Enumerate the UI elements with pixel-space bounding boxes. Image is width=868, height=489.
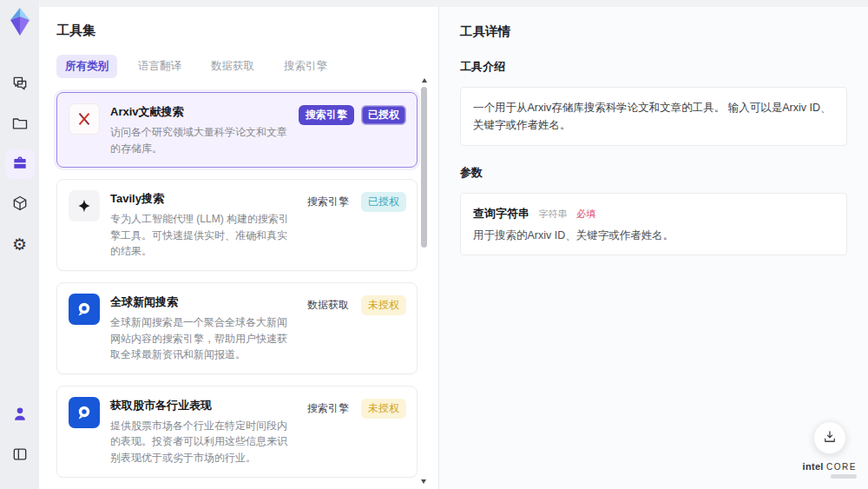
download-button[interactable]: [813, 421, 846, 454]
tool-text: Arxiv文献搜索 访问各个研究领域大量科学论文和文章的存储库。: [100, 103, 299, 156]
category-tab[interactable]: 搜索引擎: [275, 55, 336, 78]
category-tab[interactable]: 数据获取: [202, 55, 263, 78]
tool-meta: 数据获取 未授权: [302, 294, 406, 363]
tool-icon: [69, 190, 100, 221]
app-window: ⚙ 工具集 所有类别语言翻译数据获取搜索引擎: [0, 0, 868, 489]
settings-gear-icon: ⚙: [12, 236, 27, 253]
tool-name: Arxiv文献搜索: [110, 104, 290, 120]
tools-list-panel: 工具集 所有类别语言翻译数据获取搜索引擎: [39, 7, 438, 489]
page-title: 工具集: [56, 23, 421, 39]
tool-text: Tavily搜索 专为人工智能代理 (LLM) 构建的搜索引擎工具。可快速提供实…: [100, 190, 302, 260]
param-box: 查询字符串 字符串 必填 用于搜索的Arxiv ID、关键字或作者姓名。: [460, 193, 847, 255]
chat-icon: [11, 75, 29, 95]
toolbox-icon: [11, 155, 29, 175]
tool-description: 专为人工智能代理 (LLM) 构建的搜索引擎工具。可快速提供实时、准确和真实的结…: [110, 211, 293, 260]
tool-icon: [69, 294, 100, 325]
tool-text: 全球新闻搜索 全球新闻搜索是一个聚合全球各大新闻网站内容的搜索引擎，帮助用户快速…: [100, 294, 302, 363]
corner-widgets: intel core: [803, 421, 857, 479]
intro-box: 一个用于从Arxiv存储库搜索科学论文和文章的工具。 输入可以是Arxiv ID…: [460, 87, 847, 146]
tool-category-badge: 搜索引擎: [299, 105, 354, 125]
news-search-logo-icon: [74, 299, 95, 320]
app-logo-gem-icon: [6, 7, 34, 36]
sidebar-item-chat[interactable]: [5, 69, 35, 99]
tool-icon: [69, 397, 100, 428]
download-icon: [822, 429, 838, 447]
tool-auth-badge: 已授权: [361, 192, 406, 212]
intel-logo-text: intel: [803, 461, 824, 472]
tool-card[interactable]: 全球新闻搜索 全球新闻搜索是一个聚合全球各大新闻网站内容的搜索引擎，帮助用户快速…: [56, 282, 418, 374]
category-tabs: 所有类别语言翻译数据获取搜索引擎: [56, 55, 421, 78]
params-heading: 参数: [460, 165, 847, 181]
tool-list: Arxiv文献搜索 访问各个研究领域大量科学论文和文章的存储库。 搜索引擎 已授…: [56, 92, 418, 489]
param-description: 用于搜索的Arxiv ID、关键字或作者姓名。: [473, 228, 834, 243]
list-scrollbar[interactable]: [420, 78, 428, 484]
tool-card[interactable]: 获取股市各行业表现 提供股票市场各个行业在特定时间段内的表现。投资者可以利用这些…: [56, 386, 418, 478]
tool-auth-badge: 未授权: [361, 399, 406, 419]
scroll-up-arrow-icon[interactable]: [422, 78, 427, 83]
sidebar-item-files[interactable]: [5, 109, 35, 139]
tool-icon: [69, 103, 100, 135]
tool-meta: 搜索引擎 未授权: [302, 397, 406, 466]
tool-category-badge: 数据获取: [302, 295, 354, 315]
tool-description: 全球新闻搜索是一个聚合全球各大新闻网站内容的搜索引擎，帮助用户快速获取全球最新资…: [110, 314, 293, 363]
scrollbar-thumb[interactable]: [421, 87, 427, 248]
tool-name: Tavily搜索: [110, 191, 293, 207]
intel-core-logo: intel core: [803, 461, 857, 479]
news-search-logo-icon: [74, 402, 95, 423]
sidebar-item-settings[interactable]: ⚙: [5, 229, 35, 259]
arxiv-logo-icon: [75, 109, 94, 129]
sidebar-item-tools[interactable]: [5, 149, 35, 179]
tool-auth-badge: 已授权: [361, 105, 406, 125]
tool-category-badge: 搜索引擎: [302, 399, 354, 419]
tool-description: 访问各个研究领域大量科学论文和文章的存储库。: [110, 124, 290, 156]
user-icon: [11, 406, 29, 426]
tool-name: 全球新闻搜索: [110, 294, 293, 310]
tool-meta: 搜索引擎 已授权: [302, 190, 406, 260]
split-view-icon: [11, 446, 29, 466]
param-name: 查询字符串: [473, 207, 529, 220]
folder-icon: [11, 115, 29, 135]
tool-description: 提供股票市场各个行业在特定时间段内的表现。投资者可以利用这些信息来识别表现优于或…: [110, 418, 293, 466]
intel-logo-badge: [831, 474, 857, 479]
category-tab[interactable]: 所有类别: [56, 55, 117, 78]
param-required-badge: 必填: [576, 208, 595, 219]
tool-category-badge: 搜索引擎: [302, 192, 354, 212]
sidebar-item-packages[interactable]: [5, 189, 35, 219]
cube-icon: [11, 195, 29, 215]
intro-heading: 工具介绍: [460, 59, 847, 75]
core-logo-text: core: [826, 462, 857, 472]
detail-title: 工具详情: [460, 23, 847, 40]
tool-card[interactable]: Arxiv文献搜索 访问各个研究领域大量科学论文和文章的存储库。 搜索引擎 已授…: [56, 92, 418, 168]
sidebar: ⚙: [0, 0, 39, 489]
category-tab[interactable]: 语言翻译: [129, 55, 190, 78]
tool-text: 获取股市各行业表现 提供股票市场各个行业在特定时间段内的表现。投资者可以利用这些…: [100, 397, 302, 466]
tool-meta: 搜索引擎 已授权: [299, 103, 406, 156]
tool-card[interactable]: Tavily搜索 专为人工智能代理 (LLM) 构建的搜索引擎工具。可快速提供实…: [56, 179, 418, 271]
intro-text: 一个用于从Arxiv存储库搜索科学论文和文章的工具。 输入可以是Arxiv ID…: [473, 99, 834, 134]
sparkle-star-icon: [76, 197, 93, 215]
tool-auth-badge: 未授权: [361, 295, 406, 315]
sidebar-item-split-view[interactable]: [5, 440, 35, 470]
tool-detail-panel: 工具详情 工具介绍 一个用于从Arxiv存储库搜索科学论文和文章的工具。 输入可…: [438, 7, 868, 489]
scroll-down-arrow-icon[interactable]: [421, 479, 426, 484]
param-type: 字符串: [538, 208, 567, 219]
tool-name: 获取股市各行业表现: [110, 398, 293, 413]
sidebar-item-account[interactable]: [5, 400, 35, 430]
